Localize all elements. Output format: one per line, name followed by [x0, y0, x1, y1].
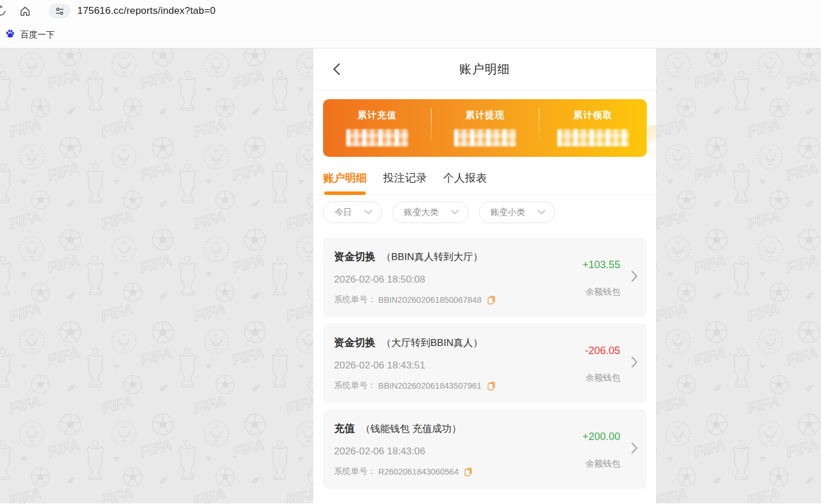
tab-label: 账户明细	[323, 172, 367, 184]
masked-value	[454, 129, 516, 146]
copy-icon[interactable]	[488, 381, 496, 390]
order-label: 系统单号：	[334, 294, 376, 305]
transaction-amount: -206.05	[585, 345, 620, 357]
transaction-info: 充值 （钱能钱包 充值成功） 2026-02-06 18:43:06 系统单号：…	[334, 422, 582, 489]
page-title: 账户明细	[459, 61, 510, 77]
summary-total-deposit: 累计充值	[323, 99, 431, 157]
transaction-amount-block: -206.05 余额钱包	[585, 336, 620, 403]
transaction-desc: （BBIN真人转到大厅）	[381, 250, 483, 264]
order-number: R2602061843060564	[378, 467, 459, 476]
transaction-list: 资金切换 （BBIN真人转到大厅） 2026-02-06 18:50:08 系统…	[313, 223, 656, 489]
filter-minor-category-dropdown[interactable]: 账变小类	[479, 201, 555, 223]
transaction-row[interactable]: 充值 （钱能钱包 充值成功） 2026-02-06 18:43:06 系统单号：…	[323, 409, 647, 489]
filter-date-dropdown[interactable]: 今日	[323, 201, 382, 223]
page-content: FIFA	[0, 48, 821, 503]
transaction-desc: （大厅转到BBIN真人）	[381, 336, 483, 349]
transaction-datetime: 2026-02-06 18:43:51	[334, 360, 585, 371]
divider	[539, 108, 539, 144]
address-bar[interactable]: 175616.cc/reports/index?tab=0	[48, 3, 216, 18]
tab-account-detail[interactable]: 账户明细	[323, 171, 367, 195]
transaction-amount: +103.55	[582, 259, 620, 271]
tab-personal-report[interactable]: 个人报表	[443, 171, 487, 195]
bookmarks-bar: 百度一下	[0, 22, 821, 48]
chevron-down-icon	[538, 210, 545, 215]
filter-major-category-dropdown[interactable]: 账变大类	[392, 201, 468, 223]
summary-card: 累计充值 累计提现 累计领取	[323, 99, 647, 157]
order-label: 系统单号：	[334, 466, 376, 477]
transaction-info: 资金切换 （BBIN真人转到大厅） 2026-02-06 18:50:08 系统…	[334, 250, 582, 317]
transaction-amount-block: +200.00 余额钱包	[582, 422, 620, 489]
summary-label: 累计提现	[466, 110, 505, 122]
transaction-amount: +200.00	[582, 431, 620, 443]
summary-label: 累计领取	[573, 110, 613, 122]
transaction-type: 资金切换	[334, 336, 376, 349]
summary-card-wrap: 累计充值 累计提现 累计领取	[323, 99, 647, 157]
tab-label: 个人报表	[443, 172, 487, 184]
order-number: BBIN202602061850067848	[378, 295, 482, 304]
browser-chrome: 175616.cc/reports/index?tab=0 百度一下	[0, 0, 821, 48]
chevron-right-icon	[631, 270, 638, 284]
bookmark-label: 百度一下	[20, 29, 55, 40]
filter-bar: 今日 账变大类 账变小类	[313, 195, 656, 223]
wallet-label: 余额钱包	[586, 287, 620, 298]
copy-icon[interactable]	[464, 467, 473, 476]
filter-label: 今日	[335, 207, 352, 218]
transaction-amount-block: +103.55 余额钱包	[582, 250, 620, 317]
transaction-row[interactable]: 资金切换 （BBIN真人转到大厅） 2026-02-06 18:50:08 系统…	[323, 238, 647, 317]
tab-bar: 账户明细 投注记录 个人报表	[313, 157, 656, 195]
divider	[431, 108, 432, 144]
url-text[interactable]: 175616.cc/reports/index?tab=0	[77, 5, 216, 17]
browser-toolbar: 175616.cc/reports/index?tab=0	[0, 0, 821, 22]
chevron-right-icon	[631, 356, 638, 370]
home-icon[interactable]	[17, 3, 32, 18]
active-tab-underline	[324, 191, 366, 195]
summary-total-withdraw: 累计提现	[431, 99, 539, 157]
transaction-datetime: 2026-02-06 18:50:08	[334, 274, 582, 285]
wallet-label: 余额钱包	[586, 458, 620, 469]
summary-label: 累计充值	[358, 110, 397, 122]
account-detail-panel: 账户明细 累计充值 累计提现 累计领取	[313, 48, 656, 503]
tab-label: 投注记录	[383, 172, 427, 184]
order-label: 系统单号：	[334, 380, 376, 391]
masked-value	[346, 129, 408, 146]
wallet-label: 余额钱包	[586, 373, 620, 383]
filter-label: 账变小类	[490, 207, 525, 218]
panel-header: 账户明细	[313, 48, 656, 90]
masked-value	[557, 129, 629, 146]
next-card-sliver	[647, 125, 656, 156]
transaction-type: 充值	[334, 422, 355, 435]
transaction-row[interactable]: 资金切换 （大厅转到BBIN真人） 2026-02-06 18:43:51 系统…	[323, 324, 647, 403]
summary-total-claim: 累计领取	[539, 99, 647, 157]
site-settings-icon[interactable]	[48, 3, 70, 18]
tab-bet-records[interactable]: 投注记录	[383, 171, 427, 195]
transaction-type: 资金切换	[334, 250, 376, 264]
transaction-desc: （钱能钱包 充值成功）	[361, 422, 462, 435]
chevron-down-icon	[365, 210, 372, 215]
back-button[interactable]	[329, 62, 343, 76]
chevron-down-icon	[451, 210, 459, 215]
transaction-datetime: 2026-02-06 18:43:06	[334, 446, 582, 457]
baidu-favicon	[5, 29, 15, 41]
chevron-right-icon	[631, 442, 638, 456]
filter-label: 账变大类	[404, 207, 438, 218]
order-number: BBIN202602061843507961	[378, 381, 482, 390]
reload-icon[interactable]	[0, 3, 8, 18]
transaction-info: 资金切换 （大厅转到BBIN真人） 2026-02-06 18:43:51 系统…	[334, 336, 585, 403]
copy-icon[interactable]	[488, 295, 496, 304]
bookmark-baidu[interactable]: 百度一下	[5, 29, 55, 41]
